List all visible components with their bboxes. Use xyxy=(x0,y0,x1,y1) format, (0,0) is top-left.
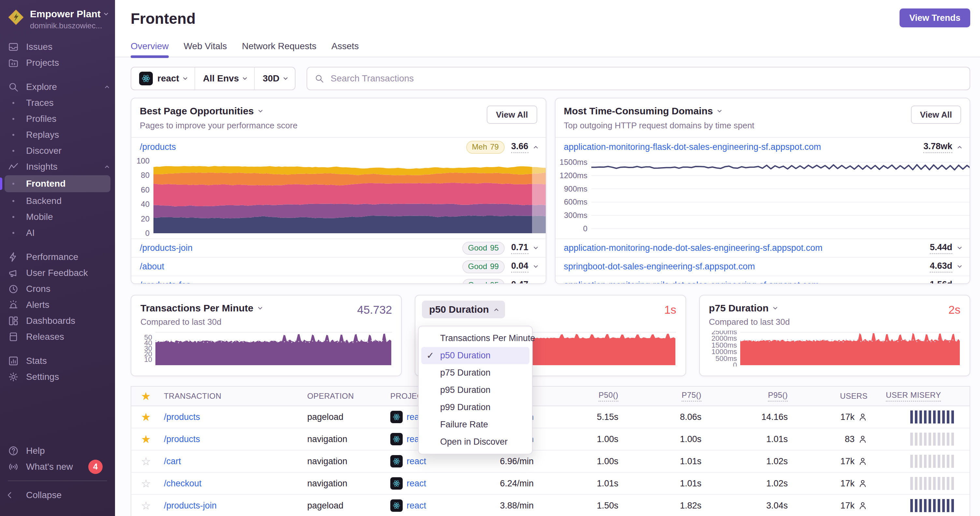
sidebar-item-settings[interactable]: Settings xyxy=(0,369,115,385)
chevron-down-icon[interactable] xyxy=(258,305,262,310)
menu-item-transactions-per-minute[interactable]: Transactions Per Minute xyxy=(421,330,530,347)
sidebar-item-backend[interactable]: Backend xyxy=(0,193,115,209)
chevron-down-icon[interactable] xyxy=(534,264,538,268)
sidebar-collapse[interactable]: Collapse xyxy=(0,487,115,503)
chevron-up-icon xyxy=(105,165,109,170)
column-header-operation[interactable]: OPERATION xyxy=(304,392,387,401)
page-opportunity-row: /products-joinGood950.71 xyxy=(131,238,546,257)
sidebar-item-issues[interactable]: Issues xyxy=(0,39,115,55)
domain-link[interactable]: springboot-dot-sales-engineering-sf.apps… xyxy=(564,262,930,271)
daterange-filter[interactable]: 30D xyxy=(254,67,294,90)
menu-item-p99-duration[interactable]: p99 Duration xyxy=(421,399,530,416)
column-header-fav[interactable]: ★ xyxy=(131,391,161,402)
chevron-down-icon[interactable] xyxy=(958,264,962,268)
best-pages-view-all-button[interactable]: View All xyxy=(487,106,537,124)
sidebar: Empower Plant dominik.buszowiec... Issue… xyxy=(0,0,115,516)
sidebar-item-user-feedback[interactable]: User Feedback xyxy=(0,265,115,281)
sidebar-item-profiles[interactable]: Profiles xyxy=(0,111,115,127)
page-opportunity-link[interactable]: /products-fes xyxy=(140,280,462,284)
siren-icon xyxy=(8,299,19,310)
sidebar-item-replays[interactable]: Replays xyxy=(0,127,115,143)
sidebar-item-releases[interactable]: Releases xyxy=(0,329,115,345)
chevron-down-icon xyxy=(243,76,247,80)
page-opportunity-link[interactable]: /about xyxy=(140,262,462,271)
sidebar-item-what-s-new[interactable]: What's new4 xyxy=(0,459,115,475)
chevron-up-icon[interactable] xyxy=(958,146,962,150)
chevron-down-icon[interactable] xyxy=(258,108,262,113)
domain-value: 1.56d xyxy=(930,279,952,284)
menu-item-open-in-discover[interactable]: Open in Discover xyxy=(421,433,530,451)
transaction-link[interactable]: /cart xyxy=(164,456,181,467)
transaction-link[interactable]: /checkout xyxy=(164,478,202,489)
star-icon: ★ xyxy=(141,391,151,402)
chevron-down-icon[interactable] xyxy=(958,245,962,249)
column-label: P95() xyxy=(768,391,788,402)
stats-icon xyxy=(8,356,19,367)
sidebar-item-performance[interactable]: Performance xyxy=(0,249,115,265)
transaction-link[interactable]: /products xyxy=(164,412,200,422)
sidebar-item-traces[interactable]: Traces xyxy=(0,95,115,111)
page-opportunity-link[interactable]: /products xyxy=(140,142,466,152)
star-outline-icon[interactable]: ☆ xyxy=(141,456,151,467)
domains-view-all-button[interactable]: View All xyxy=(911,106,961,124)
project-link[interactable]: react xyxy=(407,501,426,511)
menu-item-p50-duration[interactable]: ✓p50 Duration xyxy=(421,347,530,364)
sidebar-item-frontend[interactable]: Frontend xyxy=(5,175,110,192)
sidebar-item-insights[interactable]: Insights xyxy=(0,159,115,175)
svg-text:1200ms: 1200ms xyxy=(560,171,587,180)
sidebar-item-explore[interactable]: Explore xyxy=(0,79,115,95)
p50-metric-dropdown-trigger[interactable]: p50 Duration xyxy=(422,301,505,318)
sidebar-item-mobile[interactable]: Mobile xyxy=(0,209,115,225)
score-badge: Meh79 xyxy=(466,141,505,154)
column-header-users[interactable]: USERS xyxy=(791,392,871,401)
star-filled-icon[interactable]: ★ xyxy=(141,411,151,422)
chevron-up-icon[interactable] xyxy=(534,146,538,150)
domain-link[interactable]: application-monitoring-node-dot-sales-en… xyxy=(564,243,930,253)
search-input[interactable] xyxy=(330,73,963,84)
column-header-transaction[interactable]: TRANSACTION xyxy=(161,392,304,401)
chevron-down-icon[interactable] xyxy=(718,108,722,113)
sidebar-item-dashboards[interactable]: Dashboards xyxy=(0,313,115,329)
sidebar-item-label: Issues xyxy=(26,42,52,52)
chevron-down-icon[interactable] xyxy=(534,245,538,249)
view-trends-button[interactable]: View Trends xyxy=(899,8,970,27)
star-filled-icon[interactable]: ★ xyxy=(141,433,151,445)
tab-network-requests[interactable]: Network Requests xyxy=(242,41,317,57)
chevron-down-icon[interactable] xyxy=(534,282,538,284)
sidebar-item-projects[interactable]: Projects xyxy=(0,55,115,71)
menu-item-p95-duration[interactable]: p95 Duration xyxy=(421,381,530,399)
domain-row: application-monitoring-flask-dot-sales-e… xyxy=(555,138,970,156)
star-outline-icon[interactable]: ☆ xyxy=(141,478,151,489)
column-header-p75[interactable]: P75() xyxy=(622,391,705,402)
chevron-left-icon xyxy=(5,490,15,500)
chevron-down-icon[interactable] xyxy=(958,282,962,284)
sidebar-item-alerts[interactable]: Alerts xyxy=(0,297,115,313)
sidebar-item-stats[interactable]: Stats xyxy=(0,353,115,369)
tab-assets[interactable]: Assets xyxy=(331,41,359,57)
menu-item-p75-duration[interactable]: p75 Duration xyxy=(421,364,530,381)
sidebar-item-crons[interactable]: Crons xyxy=(0,281,115,297)
sidebar-item-help[interactable]: Help xyxy=(0,443,115,459)
chevron-down-icon[interactable] xyxy=(773,305,777,310)
domain-link[interactable]: application-monitoring-flask-dot-sales-e… xyxy=(564,142,924,152)
page-opportunity-link[interactable]: /products-join xyxy=(140,243,462,253)
transaction-link[interactable]: /products-join xyxy=(164,501,216,511)
domain-link[interactable]: application-monitoring-rails-dot-sales-e… xyxy=(564,280,930,284)
project-link[interactable]: react xyxy=(407,478,426,489)
transactions-table: ★TRANSACTIONOPERATIONPROJECT↓P50()P75()P… xyxy=(130,386,970,516)
column-header-p50[interactable]: P50() xyxy=(537,391,622,402)
menu-item-failure-rate[interactable]: Failure Rate xyxy=(421,416,530,433)
users-cell: 17k xyxy=(794,478,868,489)
tab-overview[interactable]: Overview xyxy=(130,41,169,57)
sidebar-item-discover[interactable]: Discover xyxy=(0,143,115,159)
transaction-link[interactable]: /products xyxy=(164,434,200,445)
project-link[interactable]: react xyxy=(407,456,426,467)
org-switcher[interactable]: Empower Plant dominik.buszowiec... xyxy=(0,0,115,30)
tab-web-vitals[interactable]: Web Vitals xyxy=(184,41,227,57)
column-header-misery[interactable]: USER MISERY xyxy=(871,391,970,402)
column-header-p95[interactable]: P95() xyxy=(705,391,791,402)
sidebar-item-ai[interactable]: AI xyxy=(0,225,115,241)
star-outline-icon[interactable]: ☆ xyxy=(141,500,151,511)
project-filter[interactable]: react xyxy=(131,67,194,90)
env-filter[interactable]: All Envs xyxy=(194,67,254,90)
